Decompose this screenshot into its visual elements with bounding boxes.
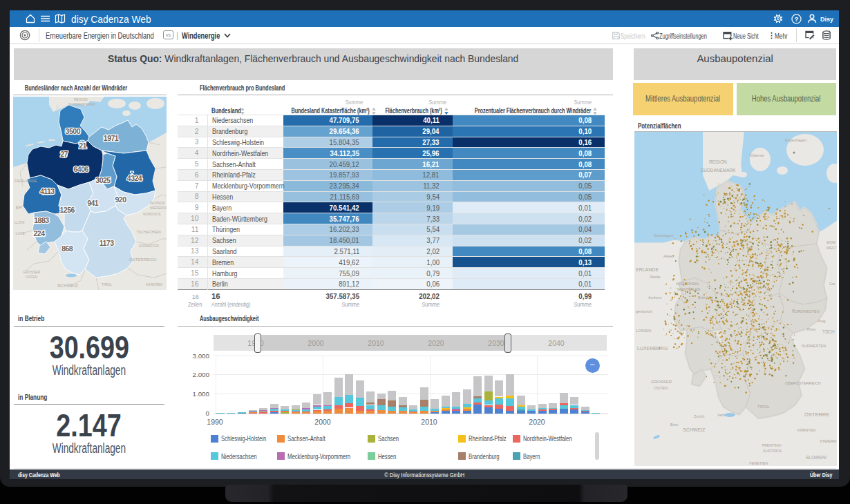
- svg-text:WEST: WEST: [827, 246, 836, 250]
- svg-text:1883: 1883: [34, 216, 49, 224]
- svg-text:21: 21: [79, 142, 86, 150]
- svg-text:OBERÖSTERREICH: OBERÖSTERREICH: [785, 381, 821, 385]
- svg-text:TIROL: TIROL: [102, 282, 112, 287]
- svg-text:1256: 1256: [60, 206, 75, 214]
- svg-text:EN: EN: [16, 205, 21, 209]
- svg-text:SCHWEIZ: SCHWEIZ: [683, 427, 706, 432]
- svg-text:TIROL: TIROL: [757, 405, 770, 409]
- svg-text:°Odense: °Odense: [749, 153, 764, 157]
- svg-text:868: 868: [62, 244, 73, 253]
- svg-text:Prag: Prag: [818, 319, 826, 323]
- svg-text:NIEDERSC: NIEDERSC: [150, 206, 167, 210]
- svg-text:OSTEN: OSTEN: [654, 386, 668, 390]
- svg-text:GROSSER: GROSSER: [651, 380, 672, 384]
- svg-text:920: 920: [115, 195, 126, 204]
- svg-text:LLONI: LLONI: [15, 220, 24, 224]
- svg-text:LONIEN: LONIEN: [636, 329, 651, 333]
- svg-text:SLOWENI: SLOWENI: [806, 455, 827, 460]
- svg-text:ÖSTERREICH: ÖSTERREICH: [129, 258, 156, 262]
- svg-text:NORDOSTE: NORDOSTE: [143, 213, 161, 216]
- svg-text:4113: 4113: [40, 187, 55, 195]
- svg-text:1971: 1971: [104, 134, 119, 142]
- svg-text:Plzen: Plzen: [807, 327, 816, 331]
- svg-text:SCHWEIZ: SCHWEIZ: [57, 283, 78, 288]
- svg-text:6406: 6406: [74, 165, 89, 173]
- svg-text:-LUXE: -LUXE: [15, 231, 25, 235]
- svg-text:224: 224: [33, 229, 45, 238]
- svg-text:TSCHECHIEN: TSCHECHIEN: [136, 230, 161, 234]
- svg-text:Assen: Assen: [663, 254, 674, 258]
- svg-text:Groningen: Groningen: [654, 233, 673, 238]
- svg-text:Arnhem: Arnhem: [648, 295, 662, 300]
- svg-text:WESTFALEN: WESTFALEN: [677, 287, 700, 291]
- svg-text:Zurich: Zurich: [694, 414, 704, 418]
- svg-text:Gor: Gor: [829, 282, 835, 286]
- svg-text:4324: 4324: [127, 174, 142, 182]
- svg-text:SUDDANEMARK: SUDDANEMARK: [68, 102, 96, 106]
- svg-text:27: 27: [60, 150, 68, 158]
- svg-text:WOW: WOW: [827, 240, 836, 244]
- svg-text:SUDWESTEN: SUDWESTEN: [802, 344, 826, 348]
- svg-text:DERLANDE: DERLANDE: [15, 179, 37, 183]
- svg-text:KÄRNTEN: KÄRNTEN: [797, 428, 815, 432]
- svg-text:SUDTIROL: SUDTIROL: [763, 449, 782, 453]
- svg-text:TRENTINO-: TRENTINO-: [762, 443, 782, 447]
- svg-text:941: 941: [87, 199, 99, 207]
- svg-text:genbosch: genbosch: [636, 309, 652, 313]
- svg-text:REGION: REGION: [709, 159, 727, 164]
- svg-text:VENETIEN: VENETIEN: [749, 461, 768, 465]
- svg-text:NORDRHEIN: NORDRHEIN: [676, 282, 699, 286]
- svg-text:3500: 3500: [66, 127, 81, 135]
- svg-text:SUDDANEMARK: SUDDANEMARK: [701, 168, 736, 173]
- svg-text:ÖSTERRE: ÖSTERRE: [804, 411, 829, 418]
- svg-text:KÄRNTEN: KÄRNTEN: [146, 282, 162, 287]
- svg-text:SUDWESTEN: SUDWESTEN: [139, 244, 159, 248]
- svg-text:TSCH: TSCH: [822, 329, 835, 334]
- svg-text:GROSSER: GROSSER: [23, 270, 40, 274]
- svg-text:1173: 1173: [100, 239, 114, 247]
- svg-text:Bern: Bern: [670, 423, 679, 427]
- svg-text:vs: vs: [166, 32, 171, 37]
- svg-text:REGION: REGION: [74, 97, 88, 101]
- svg-text:ERLANDE: ERLANDE: [636, 267, 659, 272]
- svg-text:?: ?: [794, 15, 798, 23]
- svg-text:STEIERM: STEIERM: [820, 439, 837, 443]
- svg-text:Kopenhagen: Kopenhagen: [785, 138, 806, 142]
- svg-text:OSTEN: OSTEN: [26, 275, 38, 279]
- svg-text:NORDWESTEN: NORDWESTEN: [792, 309, 820, 313]
- svg-text:WOIWOD: WOIWOD: [150, 201, 166, 205]
- svg-text:3025: 3025: [95, 176, 111, 184]
- svg-text:LUXEMBURG: LUXEMBURG: [637, 346, 668, 351]
- svg-text:Zwolle: Zwolle: [650, 275, 661, 279]
